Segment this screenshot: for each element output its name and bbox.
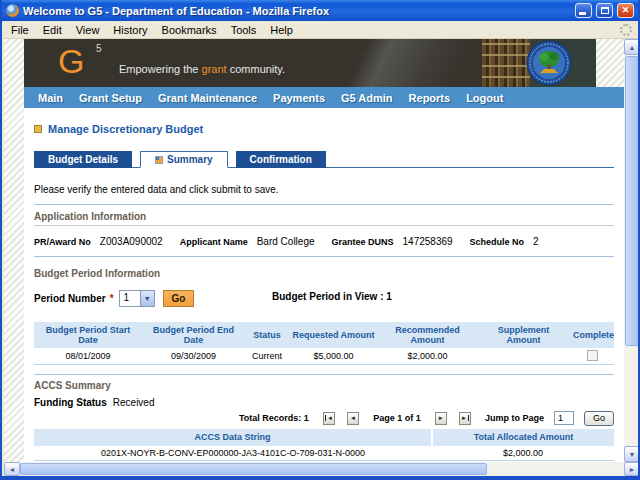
nav-logout[interactable]: Logout bbox=[466, 92, 503, 104]
col-status: Status bbox=[245, 322, 289, 348]
period-number-label: Period Number bbox=[34, 293, 106, 304]
budget-period-information-header: Budget Period Information bbox=[34, 268, 614, 279]
col-end-date: Budget Period End Date bbox=[142, 322, 245, 348]
nav-grant-setup[interactable]: Grant Setup bbox=[79, 92, 142, 104]
next-page-button[interactable]: ► bbox=[435, 412, 447, 425]
jump-go-button[interactable]: Go bbox=[584, 411, 614, 426]
nav-grant-maintenance[interactable]: Grant Maintenance bbox=[158, 92, 257, 104]
minimize-button[interactable] bbox=[575, 3, 592, 18]
tab-bar: Budget Details Summary Confirmation bbox=[34, 151, 614, 168]
supplement-amount-cell bbox=[477, 348, 570, 364]
pagination-bar: Total Records: 1 ◄ ◄ Page 1 of 1 ► ► Jum… bbox=[239, 411, 614, 426]
tab-confirmation[interactable]: Confirmation bbox=[236, 151, 326, 168]
applicant-name-value: Bard College bbox=[257, 236, 315, 247]
funding-status-label: Funding Status bbox=[34, 397, 107, 408]
page-viewport: G 5 Empowering the grant community. Main… bbox=[4, 39, 640, 462]
funding-status-row: Funding Status Received bbox=[34, 397, 614, 408]
scroll-right-button[interactable]: ► bbox=[624, 462, 640, 476]
last-page-icon: ► bbox=[461, 415, 469, 421]
col-requested: Requested Amount bbox=[289, 322, 378, 348]
grantee-duns-label: Grantee DUNS bbox=[332, 237, 394, 247]
tab-summary[interactable]: Summary bbox=[140, 151, 228, 168]
tab-budget-details[interactable]: Budget Details bbox=[34, 151, 132, 168]
budget-period-in-view: Budget Period in View : 1 bbox=[272, 291, 392, 302]
funding-status-value: Received bbox=[113, 397, 155, 408]
scroll-left-button[interactable]: ◄ bbox=[4, 462, 20, 476]
tagline-highlight: grant bbox=[202, 63, 227, 75]
pr-award-no-label: PR/Award No bbox=[34, 237, 91, 247]
col-recommended: Recommended Amount bbox=[378, 322, 477, 348]
jump-to-page-label: Jump to Page bbox=[485, 413, 544, 423]
banner-streak bbox=[24, 39, 596, 87]
period-number-selected-value: 1 bbox=[120, 291, 140, 306]
menu-tools[interactable]: Tools bbox=[224, 23, 264, 37]
period-number-select[interactable]: 1 ▼ bbox=[119, 290, 155, 307]
requested-amount-cell: $5,000.00 bbox=[289, 348, 378, 364]
accs-table-header-row: ACCS Data String Total Allocated Amount bbox=[34, 429, 614, 446]
end-date-cell: 09/30/2009 bbox=[142, 348, 245, 364]
complete-cell bbox=[570, 348, 614, 364]
divider bbox=[34, 204, 614, 205]
horizontal-scrollbar[interactable]: ◄ ► bbox=[4, 462, 640, 476]
first-page-button[interactable]: ◄ bbox=[323, 412, 335, 425]
schedule-no-label: Schedule No bbox=[470, 237, 525, 247]
page-content: Manage Discretionary Budget Budget Detai… bbox=[24, 108, 624, 462]
total-records: Total Records: 1 bbox=[239, 413, 309, 423]
budget-period-table: Budget Period Start Date Budget Period E… bbox=[34, 322, 614, 365]
g5-logo: G bbox=[58, 41, 84, 81]
required-marker: * bbox=[110, 293, 114, 304]
nav-reports[interactable]: Reports bbox=[409, 92, 451, 104]
recommended-amount-cell: $2,000.00 bbox=[378, 348, 477, 364]
jump-to-page-input[interactable] bbox=[554, 411, 574, 425]
summary-tab-icon bbox=[155, 156, 163, 164]
close-button[interactable]: ✕ bbox=[617, 3, 634, 18]
horizontal-scroll-thumb[interactable] bbox=[20, 463, 487, 475]
accs-summary-header: ACCS Summary bbox=[34, 380, 614, 391]
scroll-up-button[interactable]: ▲ bbox=[624, 39, 640, 55]
budget-table-row: 08/01/2009 09/30/2009 Current $5,000.00 … bbox=[34, 348, 614, 364]
throbber-icon bbox=[620, 24, 632, 36]
tab-summary-label: Summary bbox=[167, 154, 213, 165]
menu-bookmarks[interactable]: Bookmarks bbox=[155, 23, 224, 37]
nav-payments[interactable]: Payments bbox=[273, 92, 325, 104]
menu-history[interactable]: History bbox=[106, 23, 154, 37]
period-go-button[interactable]: Go bbox=[163, 290, 195, 307]
title-bar: Welcome to G5 - Department of Education … bbox=[2, 0, 638, 21]
banner-tagline: Empowering the grant community. bbox=[119, 63, 285, 75]
status-cell: Current bbox=[245, 348, 289, 364]
nav-g5-admin[interactable]: G5 Admin bbox=[341, 92, 393, 104]
schedule-no-value: 2 bbox=[533, 236, 539, 247]
browser-window: Welcome to G5 - Department of Education … bbox=[0, 0, 640, 480]
maximize-icon bbox=[601, 7, 609, 14]
firefox-icon bbox=[6, 4, 19, 17]
menu-view[interactable]: View bbox=[69, 23, 107, 37]
scroll-down-button[interactable]: ▼ bbox=[624, 446, 640, 462]
minimize-icon bbox=[579, 12, 586, 15]
application-information-header: Application Information bbox=[34, 211, 614, 222]
menu-help[interactable]: Help bbox=[263, 23, 300, 37]
menu-edit[interactable]: Edit bbox=[36, 23, 69, 37]
period-number-row: Period Number * 1 ▼ Go Budget Period in … bbox=[34, 289, 614, 307]
first-page-icon: ◄ bbox=[325, 415, 333, 421]
complete-checkbox[interactable] bbox=[587, 350, 598, 361]
page-title-bullet-icon bbox=[34, 125, 42, 133]
nav-main[interactable]: Main bbox=[38, 92, 63, 104]
col-supplement: Supplement Amount bbox=[477, 322, 570, 348]
accs-table: ACCS Data String Total Allocated Amount … bbox=[34, 429, 614, 462]
window-title: Welcome to G5 - Department of Education … bbox=[23, 5, 571, 17]
vertical-scrollbar[interactable]: ▲ ▼ bbox=[624, 39, 640, 462]
chevron-down-icon[interactable]: ▼ bbox=[140, 291, 154, 306]
grantee-duns-value: 147258369 bbox=[403, 236, 453, 247]
divider bbox=[34, 256, 614, 257]
accs-table-row: 0201X-NOYR-B-CONV-EP000000-JA3-4101C-O-7… bbox=[34, 446, 614, 461]
menu-file[interactable]: File bbox=[4, 23, 36, 37]
maximize-button[interactable] bbox=[596, 3, 613, 18]
tagline-suffix: community. bbox=[227, 63, 285, 75]
vertical-scroll-thumb[interactable] bbox=[625, 56, 639, 346]
page-title-row: Manage Discretionary Budget bbox=[34, 123, 614, 135]
budget-table-header-row: Budget Period Start Date Budget Period E… bbox=[34, 322, 614, 348]
prev-page-button[interactable]: ◄ bbox=[347, 412, 359, 425]
last-page-button[interactable]: ► bbox=[459, 412, 471, 425]
pr-award-no-value: Z003A090002 bbox=[100, 236, 163, 247]
page-title: Manage Discretionary Budget bbox=[48, 123, 203, 135]
